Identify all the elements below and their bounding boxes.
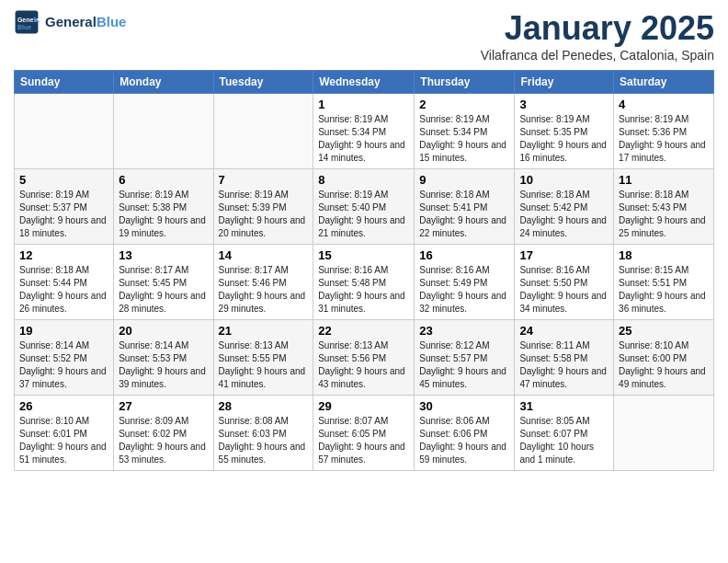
day-info: Sunrise: 8:13 AM Sunset: 5:55 PM Dayligh… [219,339,309,391]
weekday-header-row: SundayMondayTuesdayWednesdayThursdayFrid… [15,71,714,94]
day-cell: 3Sunrise: 8:19 AM Sunset: 5:35 PM Daylig… [515,94,614,169]
day-cell: 29Sunrise: 8:07 AM Sunset: 6:05 PM Dayli… [313,396,415,471]
day-info: Sunrise: 8:18 AM Sunset: 5:43 PM Dayligh… [619,189,709,240]
day-number: 18 [619,248,709,262]
day-number: 29 [318,399,409,413]
day-cell: 11Sunrise: 8:18 AM Sunset: 5:43 PM Dayli… [614,169,714,245]
day-cell: 13Sunrise: 8:17 AM Sunset: 5:45 PM Dayli… [114,245,213,320]
day-number: 3 [519,98,609,111]
day-cell: 30Sunrise: 8:06 AM Sunset: 6:06 PM Dayli… [415,396,515,471]
day-number: 5 [19,173,108,187]
logo: General Blue GeneralBlue [14,9,126,35]
day-info: Sunrise: 8:10 AM Sunset: 6:00 PM Dayligh… [619,339,709,391]
day-cell: 6Sunrise: 8:19 AM Sunset: 5:38 PM Daylig… [114,169,213,245]
day-info: Sunrise: 8:19 AM Sunset: 5:34 PM Dayligh… [318,113,409,165]
day-number: 1 [318,98,409,111]
svg-text:Blue: Blue [17,24,31,30]
day-cell: 31Sunrise: 8:05 AM Sunset: 6:07 PM Dayli… [515,396,614,471]
day-cell: 4Sunrise: 8:19 AM Sunset: 5:36 PM Daylig… [614,94,714,169]
day-number: 27 [119,399,208,413]
day-cell: 27Sunrise: 8:09 AM Sunset: 6:02 PM Dayli… [114,396,213,471]
day-info: Sunrise: 8:08 AM Sunset: 6:03 PM Dayligh… [219,415,309,466]
day-cell: 20Sunrise: 8:14 AM Sunset: 5:53 PM Dayli… [114,320,213,396]
month-title: January 2025 [481,9,714,48]
day-cell [15,94,114,169]
weekday-header-sunday: Sunday [15,71,114,94]
location: Vilafranca del Penedes, Catalonia, Spain [481,48,714,63]
day-number: 25 [619,324,709,338]
day-cell: 2Sunrise: 8:19 AM Sunset: 5:34 PM Daylig… [415,94,515,169]
day-number: 10 [519,173,609,187]
day-cell: 12Sunrise: 8:18 AM Sunset: 5:44 PM Dayli… [15,245,114,320]
day-number: 11 [619,173,709,187]
weekday-header-friday: Friday [515,71,614,94]
header: General Blue GeneralBlue January 2025 Vi… [14,9,714,63]
day-cell: 22Sunrise: 8:13 AM Sunset: 5:56 PM Dayli… [313,320,415,396]
day-cell: 26Sunrise: 8:10 AM Sunset: 6:01 PM Dayli… [15,396,114,471]
calendar-table: SundayMondayTuesdayWednesdayThursdayFrid… [14,70,714,471]
day-number: 8 [318,173,409,187]
weekday-header-thursday: Thursday [415,71,515,94]
day-cell: 19Sunrise: 8:14 AM Sunset: 5:52 PM Dayli… [15,320,114,396]
day-info: Sunrise: 8:19 AM Sunset: 5:40 PM Dayligh… [318,189,409,240]
week-row-3: 12Sunrise: 8:18 AM Sunset: 5:44 PM Dayli… [15,245,714,320]
day-info: Sunrise: 8:11 AM Sunset: 5:58 PM Dayligh… [519,339,609,391]
day-info: Sunrise: 8:18 AM Sunset: 5:41 PM Dayligh… [419,189,509,240]
day-info: Sunrise: 8:07 AM Sunset: 6:05 PM Dayligh… [318,415,409,466]
logo-text-line1: GeneralBlue [45,15,126,30]
day-cell: 10Sunrise: 8:18 AM Sunset: 5:42 PM Dayli… [515,169,614,245]
day-cell: 21Sunrise: 8:13 AM Sunset: 5:55 PM Dayli… [213,320,313,396]
day-info: Sunrise: 8:14 AM Sunset: 5:53 PM Dayligh… [119,339,208,391]
week-row-2: 5Sunrise: 8:19 AM Sunset: 5:37 PM Daylig… [15,169,714,245]
day-number: 4 [619,98,709,111]
day-info: Sunrise: 8:13 AM Sunset: 5:56 PM Dayligh… [318,339,409,391]
title-block: January 2025 Vilafranca del Penedes, Cat… [481,9,714,63]
day-number: 31 [519,399,609,413]
day-number: 12 [19,248,108,262]
weekday-header-monday: Monday [114,71,213,94]
day-number: 22 [318,324,409,338]
day-cell: 9Sunrise: 8:18 AM Sunset: 5:41 PM Daylig… [415,169,515,245]
day-number: 6 [119,173,208,187]
week-row-1: 1Sunrise: 8:19 AM Sunset: 5:34 PM Daylig… [15,94,714,169]
day-cell: 5Sunrise: 8:19 AM Sunset: 5:37 PM Daylig… [15,169,114,245]
day-info: Sunrise: 8:15 AM Sunset: 5:51 PM Dayligh… [619,264,709,316]
day-cell: 24Sunrise: 8:11 AM Sunset: 5:58 PM Dayli… [515,320,614,396]
day-info: Sunrise: 8:19 AM Sunset: 5:37 PM Dayligh… [19,189,108,240]
day-info: Sunrise: 8:14 AM Sunset: 5:52 PM Dayligh… [19,339,108,391]
day-info: Sunrise: 8:16 AM Sunset: 5:50 PM Dayligh… [519,264,609,316]
day-info: Sunrise: 8:12 AM Sunset: 5:57 PM Dayligh… [419,339,509,391]
day-cell: 28Sunrise: 8:08 AM Sunset: 6:03 PM Dayli… [213,396,313,471]
day-cell: 15Sunrise: 8:16 AM Sunset: 5:48 PM Dayli… [313,245,415,320]
day-number: 15 [318,248,409,262]
day-info: Sunrise: 8:09 AM Sunset: 6:02 PM Dayligh… [119,415,208,466]
day-info: Sunrise: 8:19 AM Sunset: 5:38 PM Dayligh… [119,189,208,240]
day-info: Sunrise: 8:18 AM Sunset: 5:44 PM Dayligh… [19,264,108,316]
day-info: Sunrise: 8:19 AM Sunset: 5:35 PM Dayligh… [519,113,609,165]
day-number: 24 [519,324,609,338]
day-number: 14 [219,248,309,262]
day-number: 26 [19,399,108,413]
day-number: 28 [219,399,309,413]
day-cell: 16Sunrise: 8:16 AM Sunset: 5:49 PM Dayli… [415,245,515,320]
weekday-header-wednesday: Wednesday [313,71,415,94]
day-cell: 14Sunrise: 8:17 AM Sunset: 5:46 PM Dayli… [213,245,313,320]
logo-icon: General Blue [14,9,40,35]
day-cell [614,396,714,471]
day-info: Sunrise: 8:05 AM Sunset: 6:07 PM Dayligh… [519,415,609,466]
day-cell: 8Sunrise: 8:19 AM Sunset: 5:40 PM Daylig… [313,169,415,245]
day-cell: 23Sunrise: 8:12 AM Sunset: 5:57 PM Dayli… [415,320,515,396]
day-info: Sunrise: 8:18 AM Sunset: 5:42 PM Dayligh… [519,189,609,240]
weekday-header-tuesday: Tuesday [213,71,313,94]
week-row-4: 19Sunrise: 8:14 AM Sunset: 5:52 PM Dayli… [15,320,714,396]
day-number: 17 [519,248,609,262]
day-number: 7 [219,173,309,187]
day-info: Sunrise: 8:19 AM Sunset: 5:34 PM Dayligh… [419,113,509,165]
day-info: Sunrise: 8:19 AM Sunset: 5:36 PM Dayligh… [619,113,709,165]
page-container: General Blue GeneralBlue January 2025 Vi… [0,0,728,480]
day-number: 2 [419,98,509,111]
day-number: 20 [119,324,208,338]
day-info: Sunrise: 8:10 AM Sunset: 6:01 PM Dayligh… [19,415,108,466]
day-number: 16 [419,248,509,262]
day-cell [213,94,313,169]
